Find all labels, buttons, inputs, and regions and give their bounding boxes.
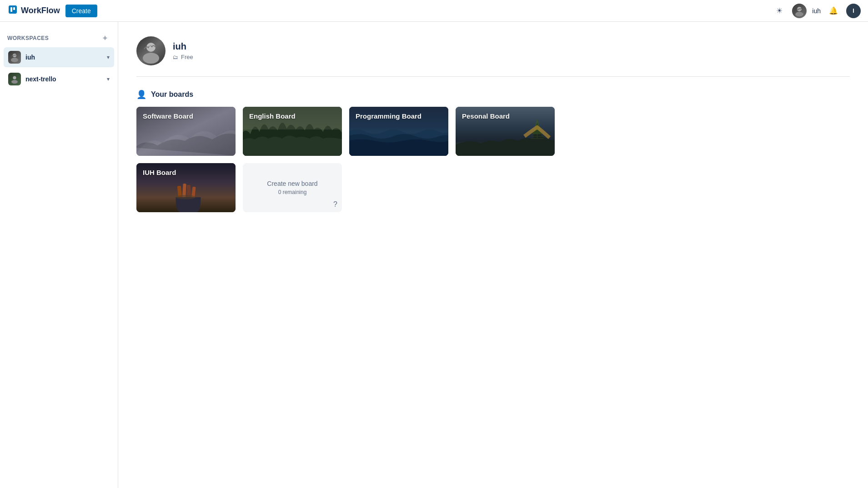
user-avatar-small[interactable] bbox=[792, 4, 807, 18]
svg-point-1 bbox=[795, 12, 803, 17]
svg-point-5 bbox=[13, 76, 16, 80]
create-button[interactable]: Create bbox=[65, 5, 97, 17]
board-label-iuh: IUH Board bbox=[143, 169, 176, 176]
svg-point-9 bbox=[149, 45, 151, 47]
workspaces-section-header: Workspaces + bbox=[4, 31, 114, 47]
plan-label: Free bbox=[181, 54, 193, 60]
logo[interactable]: WorkFlow bbox=[7, 4, 60, 18]
theme-toggle-button[interactable]: ☀ bbox=[772, 4, 787, 18]
board-card-iuh[interactable]: IUH Board bbox=[136, 163, 236, 212]
workspace-chevron-iuh[interactable]: ▾ bbox=[107, 54, 110, 60]
create-help-button[interactable]: ? bbox=[333, 200, 337, 209]
workspace-chevron-next-trello[interactable]: ▾ bbox=[107, 76, 110, 82]
board-card-software[interactable]: Software Board bbox=[136, 107, 236, 156]
profile-section: iuh 🗂 Free bbox=[136, 36, 850, 77]
sidebar-item-iuh[interactable]: iuh ▾ bbox=[4, 47, 114, 67]
header: WorkFlow Create ☀ iuh 🔔 I bbox=[0, 0, 868, 22]
user-avatar-circle[interactable]: I bbox=[846, 4, 861, 18]
workspaces-label: Workspaces bbox=[7, 35, 49, 41]
main-content: iuh 🗂 Free 👤 Your boards bbox=[118, 22, 868, 488]
workspace-avatar-iuh bbox=[8, 51, 21, 64]
profile-info: iuh 🗂 Free bbox=[173, 41, 193, 60]
boards-grid: Software Board bbox=[136, 107, 555, 212]
board-card-personal[interactable]: Pesonal Board bbox=[456, 107, 555, 156]
header-username[interactable]: iuh bbox=[812, 7, 821, 15]
sidebar-item-next-trello[interactable]: next-trello ▾ bbox=[4, 69, 114, 89]
boards-section: 👤 Your boards bbox=[136, 90, 850, 212]
app-body: Workspaces + iuh ▾ bbox=[0, 22, 868, 488]
svg-point-6 bbox=[11, 80, 18, 84]
svg-point-4 bbox=[11, 58, 18, 62]
profile-plan: 🗂 Free bbox=[173, 54, 193, 60]
board-card-programming[interactable]: Programming Board bbox=[349, 107, 448, 156]
profile-name: iuh bbox=[173, 41, 193, 52]
board-label-programming: Programming Board bbox=[356, 112, 421, 120]
add-workspace-button[interactable]: + bbox=[100, 33, 110, 44]
boards-title: Your boards bbox=[151, 90, 193, 99]
svg-point-8 bbox=[143, 53, 159, 64]
board-label-software: Software Board bbox=[143, 112, 193, 120]
sidebar: Workspaces + iuh ▾ bbox=[0, 22, 118, 488]
logo-text: WorkFlow bbox=[21, 6, 60, 15]
profile-avatar bbox=[136, 36, 166, 65]
workspace-name-iuh: iuh bbox=[25, 54, 107, 61]
boards-header-icon: 👤 bbox=[136, 90, 146, 100]
board-label-personal: Pesonal Board bbox=[462, 112, 510, 120]
create-new-label: Create new board bbox=[267, 180, 317, 187]
workspace-name-next-trello: next-trello bbox=[25, 75, 107, 83]
board-label-english: English Board bbox=[249, 112, 296, 120]
remaining-label: 0 remaining bbox=[278, 189, 307, 195]
board-card-english[interactable]: English Board bbox=[243, 107, 342, 156]
plan-icon: 🗂 bbox=[173, 54, 178, 60]
svg-point-23 bbox=[176, 195, 196, 199]
workspace-avatar-next-trello bbox=[8, 73, 21, 85]
notifications-button[interactable]: 🔔 bbox=[826, 4, 841, 18]
create-new-board-card[interactable]: Create new board 0 remaining ? bbox=[243, 163, 342, 212]
boards-header: 👤 Your boards bbox=[136, 90, 850, 100]
logo-icon bbox=[7, 4, 18, 18]
header-right: ☀ iuh 🔔 I bbox=[772, 4, 861, 18]
